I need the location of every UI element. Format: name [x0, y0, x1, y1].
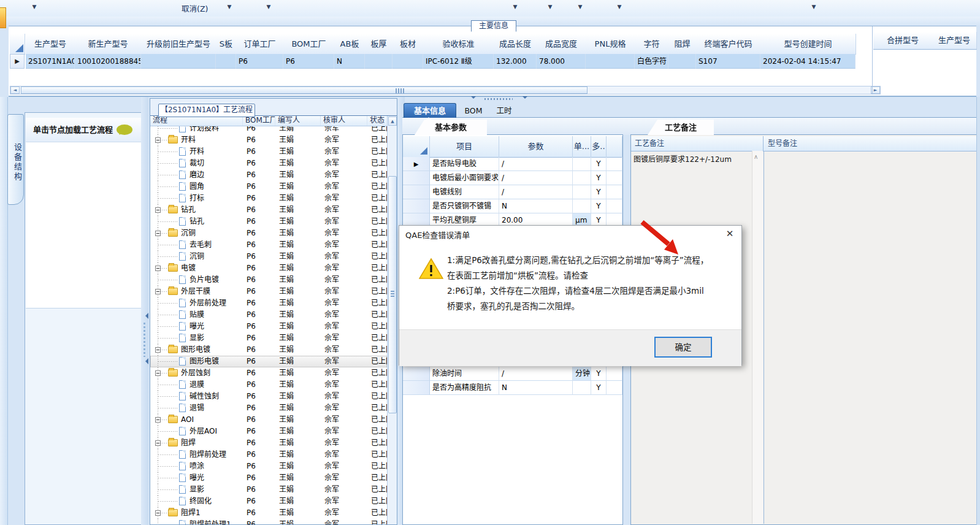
tree-row[interactable]: 沉铜P6王娟佘军已上网 [150, 228, 387, 239]
column-header[interactable]: BOM工厂 [283, 34, 335, 55]
tree-row[interactable]: 外层AOIP6王娟佘军已上网 [150, 426, 387, 437]
tree-row[interactable]: 沉铜P6王娟佘军已上网 [150, 251, 387, 262]
column-header[interactable]: 验收标准 [423, 34, 494, 55]
structure-panel-body[interactable] [26, 142, 141, 308]
column-header[interactable]: 流程 [150, 116, 243, 126]
tree-row[interactable]: 负片电镀P6王娟佘军已上网 [150, 274, 387, 286]
column-header[interactable]: 合拼型号 [873, 32, 933, 50]
column-header[interactable]: 板材 [392, 34, 424, 55]
column-header[interactable]: 核审人 [321, 116, 367, 126]
vertical-tab-structure[interactable]: 设备结构 [7, 114, 24, 205]
column-header[interactable]: AB板 [334, 34, 366, 55]
expand-icon[interactable] [155, 266, 161, 271]
expand-icon[interactable] [155, 440, 161, 446]
scrollbar-grip[interactable] [396, 88, 404, 93]
expand-icon[interactable] [155, 289, 161, 294]
expand-icon[interactable] [155, 370, 161, 376]
column-header[interactable]: 板厚 [365, 34, 393, 55]
tree-row[interactable]: AOIP6王娟佘军已上网 [150, 414, 387, 426]
tree-row[interactable]: 外层蚀刻P6王娟佘军已上网 [150, 367, 387, 379]
tree-row[interactable]: 钻孔P6王娟佘军已上网 [150, 216, 387, 228]
tab-main-info[interactable]: 主要信息 [471, 20, 516, 32]
expand-icon[interactable] [155, 231, 161, 236]
expand-icon[interactable] [155, 417, 161, 423]
tree-row[interactable]: 外层前处理P6王娟佘军已上网 [150, 297, 387, 309]
collapse-left-icon[interactable] [142, 313, 148, 319]
tree-row[interactable]: 贴膜P6王娟佘军已上网 [150, 309, 387, 321]
column-header[interactable]: S板 [216, 34, 237, 55]
column-header[interactable]: 多.. [591, 136, 607, 157]
column-header[interactable]: 字符 [635, 34, 669, 55]
tree-row[interactable]: 开料P6王娟佘军已上网 [150, 134, 387, 146]
column-header[interactable]: 新生产型号 [75, 34, 142, 55]
column-header[interactable]: 终端客户代码 [696, 34, 761, 55]
tree-row[interactable]: 图形电镀P6王娟佘军已上网 [150, 344, 387, 356]
column-header[interactable]: 项目 [430, 136, 499, 157]
column-header[interactable]: 成品宽度 [537, 34, 586, 55]
dropdown-arrow-icon[interactable]: ▼ [546, 4, 554, 12]
dropdown-arrow-icon[interactable]: ▼ [615, 4, 624, 12]
expand-icon[interactable] [155, 137, 161, 143]
tab-process-notes[interactable]: 工艺备注 [648, 120, 714, 135]
horizontal-scrollbar[interactable]: ◄ ► [10, 86, 881, 94]
tree-row[interactable]: 曝光P6王娟佘军已上网 [150, 321, 387, 332]
scroll-left-icon[interactable]: ◄ [10, 86, 20, 94]
tree-row[interactable]: 阻焊前处理1P6王娟佘军已上网 [150, 519, 387, 525]
tree-row[interactable]: 钻孔P6王娟佘军已上网 [150, 204, 387, 216]
horizontal-splitter-grip[interactable] [478, 97, 521, 101]
param-row[interactable]: 除油时间/分钟Y [403, 367, 622, 381]
column-header[interactable]: 单... [573, 136, 591, 157]
column-header[interactable]: 参数 [499, 136, 573, 157]
tree-row[interactable]: 阻焊1P6王娟佘军已上网 [150, 507, 387, 519]
collapse-left-icon[interactable] [142, 358, 148, 364]
vertical-scrollbar[interactable]: ▲ [387, 116, 397, 525]
tree-row[interactable]: 外层干膜P6王娟佘军已上网 [150, 286, 387, 297]
tree-row[interactable]: 开料P6王娟佘军已上网 [150, 146, 387, 158]
tree-row[interactable]: 显影P6王娟佘军已上网 [150, 332, 387, 344]
tree-row[interactable]: 打标P6王娟佘军已上网 [150, 193, 387, 204]
ok-button[interactable]: 确定 [654, 337, 712, 358]
column-header[interactable]: PNL规格 [586, 34, 635, 55]
dropdown-arrow-icon[interactable]: ▼ [576, 4, 584, 12]
tab-bom[interactable]: BOM [460, 104, 487, 118]
tree-row[interactable]: 碱性蚀刻P6王娟佘军已上网 [150, 391, 387, 402]
column-header[interactable]: 生产型号 [26, 34, 75, 55]
tree-row[interactable]: 阻焊前处理P6王娟佘军已上网 [150, 449, 387, 461]
column-header[interactable] [607, 136, 622, 157]
tree-row[interactable]: 退锡P6王娟佘军已上网 [150, 402, 387, 414]
scrollbar-thumb[interactable] [21, 86, 588, 94]
tree-row[interactable]: 曝光P6王娟佘军已上网 [150, 472, 387, 484]
column-header[interactable]: 成品长度 [494, 34, 537, 55]
close-icon[interactable]: ✕ [723, 228, 737, 240]
scroll-up-icon[interactable]: ▲ [388, 117, 397, 126]
tree-row[interactable]: 显影P6王娟佘军已上网 [150, 484, 387, 496]
dropdown-arrow-icon[interactable]: ▼ [225, 4, 234, 12]
column-header[interactable]: 升级前旧生产型号 [141, 34, 216, 55]
scroll-up-icon[interactable]: ∧ [754, 153, 758, 160]
column-header[interactable]: 编写人 [275, 116, 321, 126]
tree-row[interactable]: 终固化P6王娟佘军已上网 [150, 496, 387, 507]
tree-row[interactable]: 去毛刺P6王娟佘军已上网 [150, 239, 387, 251]
tree-row[interactable]: 电镀P6王娟佘军已上网 [150, 262, 387, 274]
expand-icon[interactable] [155, 510, 161, 516]
tab-basic-params[interactable]: 基本参数 [415, 120, 487, 135]
param-row[interactable]: 电镀后最小面铜要求/Y [403, 171, 622, 185]
scrollbar-thumb[interactable] [388, 176, 397, 413]
grid-select-all[interactable] [10, 34, 25, 55]
dropdown-arrow-icon[interactable]: ▼ [511, 4, 519, 12]
param-row[interactable]: ▶是否贴导电胶/Y [403, 157, 622, 171]
expand-icon[interactable] [155, 347, 161, 353]
dropdown-arrow-icon[interactable]: ▼ [810, 4, 818, 12]
expand-icon[interactable] [155, 207, 161, 213]
tree-row[interactable]: 图形电镀P6王娟佘军已上网 [150, 356, 387, 367]
row-selector[interactable]: ▶ [10, 54, 25, 69]
param-row[interactable]: 是否为高精度阻抗NY [403, 381, 622, 395]
notes-scrollbar[interactable]: ∧ [752, 151, 763, 524]
param-row[interactable]: 是否只镀铜不镀锡NY [403, 199, 622, 213]
column-header[interactable]: 型号创建时间 [760, 34, 856, 55]
tree-row[interactable]: 喷涂P6王娟佘军已上网 [150, 461, 387, 472]
tab-work-hours[interactable]: 工时 [489, 104, 519, 118]
column-header[interactable]: 生产型号 [932, 32, 977, 50]
tree-row[interactable]: 阻焊P6王娟佘军已上网 [150, 437, 387, 449]
menu-item-cancel[interactable]: 取消(Z) [182, 2, 208, 14]
